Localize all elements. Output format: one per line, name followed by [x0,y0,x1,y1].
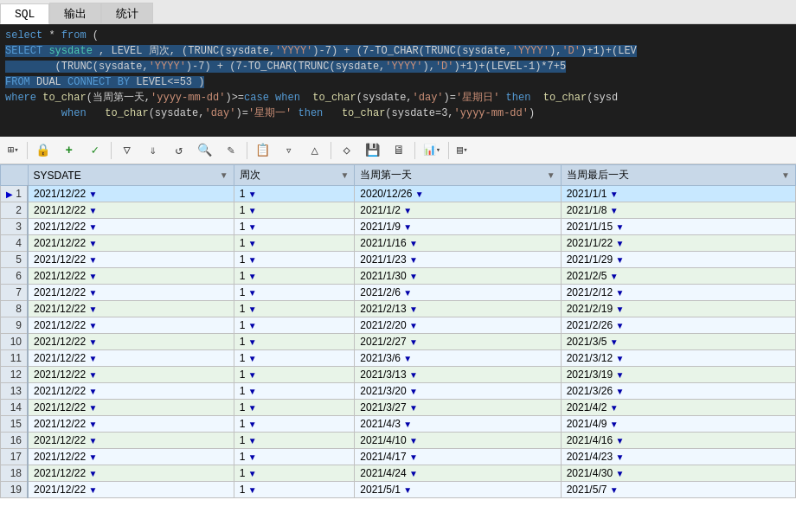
week-expand-icon[interactable]: ▼ [248,206,257,215]
week-expand-icon[interactable]: ▼ [248,387,257,396]
last-expand-icon[interactable]: ▼ [615,387,624,396]
first-expand-icon[interactable]: ▼ [409,304,418,314]
toolbar-grid-btn[interactable]: ⊞ ▾ [3,139,23,162]
week-expand-icon[interactable]: ▼ [248,370,257,380]
add-btn[interactable]: + [57,139,81,162]
last-expand-icon[interactable]: ▼ [615,469,624,478]
table-row[interactable]: 122021/12/22 ▼1 ▼2021/3/13 ▼2021/3/19 ▼ [1,367,796,383]
sysdate-expand-icon[interactable]: ▼ [88,370,97,380]
week-expand-icon[interactable]: ▼ [248,485,257,495]
first-expand-icon[interactable]: ▼ [409,255,418,265]
last-expand-icon[interactable]: ▼ [615,222,624,232]
table-btn[interactable]: ▤ ▾ [453,139,472,162]
last-expand-icon[interactable]: ▼ [610,485,619,495]
tab-sql[interactable]: SQL [0,3,49,24]
table-row[interactable]: 192021/12/22 ▼1 ▼2021/5/1 ▼2021/5/7 ▼ [1,482,796,498]
first-expand-icon[interactable]: ▼ [409,337,418,347]
last-expand-icon[interactable]: ▼ [615,255,624,265]
table-row[interactable]: 162021/12/22 ▼1 ▼2021/4/10 ▼2021/4/16 ▼ [1,433,796,449]
sysdate-expand-icon[interactable]: ▼ [88,387,97,396]
table-row[interactable]: 142021/12/22 ▼1 ▼2021/3/27 ▼2021/4/2 ▼ [1,400,796,416]
table-row[interactable]: 72021/12/22 ▼1 ▼2021/2/6 ▼2021/2/12 ▼ [1,285,796,301]
table-row[interactable]: 52021/12/22 ▼1 ▼2021/1/23 ▼2021/1/29 ▼ [1,252,796,268]
edit-btn[interactable]: ✎ [219,139,243,162]
last-expand-icon[interactable]: ▼ [615,239,624,248]
sysdate-expand-icon[interactable]: ▼ [88,255,97,265]
table-row[interactable]: ▶ 12021/12/22 ▼1 ▼2020/12/26 ▼2021/1/1 ▼ [1,186,796,202]
first-expand-icon[interactable]: ▼ [403,354,412,363]
table-row[interactable]: 102021/12/22 ▼1 ▼2021/2/27 ▼2021/3/5 ▼ [1,334,796,350]
last-expand-icon[interactable]: ▼ [615,288,624,298]
first-expand-icon[interactable]: ▼ [409,370,418,380]
sysdate-expand-icon[interactable]: ▼ [88,403,97,413]
first-expand-icon[interactable]: ▼ [409,387,418,396]
first-expand-icon[interactable]: ▼ [409,321,418,330]
table-row[interactable]: 132021/12/22 ▼1 ▼2021/3/20 ▼2021/3/26 ▼ [1,383,796,400]
last-expand-icon[interactable]: ▼ [610,420,619,429]
sysdate-expand-icon[interactable]: ▼ [88,436,97,445]
week-expand-icon[interactable]: ▼ [248,420,257,429]
sort-btn[interactable]: ⇓ [141,139,165,162]
week-expand-icon[interactable]: ▼ [248,304,257,314]
sql-editor[interactable]: select * from ( SELECT sysdate , LEVEL 周… [0,24,796,137]
sysdate-expand-icon[interactable]: ▼ [88,304,97,314]
first-expand-icon[interactable]: ▼ [409,469,418,478]
table-row[interactable]: 182021/12/22 ▼1 ▼2021/4/24 ▼2021/4/30 ▼ [1,465,796,482]
last-expand-icon[interactable]: ▼ [610,337,619,347]
diamond-btn[interactable]: ◇ [335,139,359,162]
week-expand-icon[interactable]: ▼ [248,239,257,248]
last-expand-icon[interactable]: ▼ [615,370,624,380]
week-expand-icon[interactable]: ▼ [248,403,257,413]
sysdate-expand-icon[interactable]: ▼ [88,189,97,199]
week-expand-icon[interactable]: ▼ [248,436,257,445]
sysdate-expand-icon[interactable]: ▼ [88,469,97,478]
save-btn[interactable]: 💾 [361,139,385,162]
table-row[interactable]: 152021/12/22 ▼1 ▼2021/4/3 ▼2021/4/9 ▼ [1,416,796,433]
last-expand-icon[interactable]: ▼ [615,354,624,363]
table-row[interactable]: 42021/12/22 ▼1 ▼2021/1/16 ▼2021/1/22 ▼ [1,235,796,252]
last-expand-icon[interactable]: ▼ [615,304,624,314]
sysdate-expand-icon[interactable]: ▼ [88,420,97,429]
col-header-sysdate[interactable]: SYSDATE ▼ [28,165,234,186]
confirm-btn[interactable]: ✓ [83,139,107,162]
tab-stats[interactable]: 统计 [101,3,153,23]
table-row[interactable]: 32021/12/22 ▼1 ▼2021/1/9 ▼2021/1/15 ▼ [1,219,796,235]
down-arrow-btn[interactable]: ▿ [277,139,301,162]
sysdate-expand-icon[interactable]: ▼ [88,206,97,215]
lock-btn[interactable]: 🔒 [31,139,55,162]
week-expand-icon[interactable]: ▼ [248,354,257,363]
week-expand-icon[interactable]: ▼ [248,452,257,462]
first-expand-icon[interactable]: ▼ [409,272,418,281]
sysdate-expand-icon[interactable]: ▼ [88,288,97,298]
sysdate-expand-icon[interactable]: ▼ [88,485,97,495]
first-expand-icon[interactable]: ▼ [409,403,418,413]
sysdate-expand-icon[interactable]: ▼ [88,272,97,281]
week-expand-icon[interactable]: ▼ [248,272,257,281]
col-header-last-day[interactable]: 当周最后一天 ▼ [561,165,795,186]
first-expand-icon[interactable]: ▼ [409,452,418,462]
table-row[interactable]: 22021/12/22 ▼1 ▼2021/1/2 ▼2021/1/8 ▼ [1,202,796,219]
week-expand-icon[interactable]: ▼ [248,255,257,265]
sysdate-expand-icon[interactable]: ▼ [88,337,97,347]
sysdate-expand-icon[interactable]: ▼ [88,222,97,232]
col-header-first-day[interactable]: 当周第一天 ▼ [355,165,561,186]
last-expand-icon[interactable]: ▼ [615,452,624,462]
first-expand-icon[interactable]: ▼ [403,222,412,232]
clipboard-btn[interactable]: 📋 [251,139,275,162]
last-expand-icon[interactable]: ▼ [615,436,624,445]
col-header-week[interactable]: 周次 ▼ [234,165,355,186]
up-arrow-btn[interactable]: △ [303,139,327,162]
week-expand-icon[interactable]: ▼ [248,189,257,199]
refresh-btn[interactable]: ↺ [167,139,191,162]
filter-btn[interactable]: ▽ [115,139,139,162]
screen-btn[interactable]: 🖥 [387,139,411,162]
table-row[interactable]: 92021/12/22 ▼1 ▼2021/2/20 ▼2021/2/26 ▼ [1,317,796,334]
chart-btn[interactable]: 📊 ▾ [419,139,445,162]
table-row[interactable]: 112021/12/22 ▼1 ▼2021/3/6 ▼2021/3/12 ▼ [1,350,796,367]
last-expand-icon[interactable]: ▼ [610,272,619,281]
last-expand-icon[interactable]: ▼ [610,206,619,215]
last-expand-icon[interactable]: ▼ [610,189,619,199]
sysdate-expand-icon[interactable]: ▼ [88,239,97,248]
sysdate-expand-icon[interactable]: ▼ [88,321,97,330]
first-expand-icon[interactable]: ▼ [409,436,418,445]
